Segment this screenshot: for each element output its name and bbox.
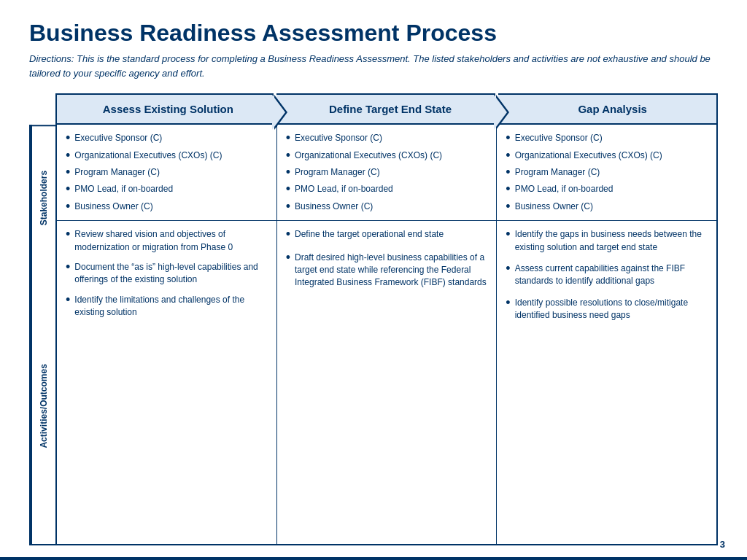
- header-define-label: Define Target End State: [329, 103, 452, 115]
- headers-row: Assess Existing Solution Define Target E…: [29, 93, 718, 125]
- list-item: •Program Manager (C): [286, 166, 488, 179]
- list-item: •Organizational Executives (CXOs) (C): [286, 149, 488, 162]
- list-item: •PMO Lead, if on-boarded: [66, 183, 268, 195]
- list-item: •Draft desired high-level business capab…: [286, 252, 488, 289]
- col-assess: •Executive Sponsor (C) •Organizational E…: [57, 125, 277, 544]
- list-item: •Document the “as is” high-level capabil…: [66, 261, 268, 287]
- list-item: •Program Manager (C): [506, 166, 708, 179]
- list-item: •Review shared vision and objectives of …: [66, 228, 268, 254]
- activities-gap-list: •Identify the gaps in business needs bet…: [506, 228, 708, 322]
- header-assess-label: Assess Existing Solution: [103, 103, 233, 115]
- row-labels-col: Stakeholders Activities/Outcomes: [31, 125, 57, 544]
- list-item: •Executive Sponsor (C): [506, 132, 708, 144]
- col-gap: •Executive Sponsor (C) •Organizational E…: [497, 125, 716, 544]
- activities-define-list: •Define the target operational end state…: [286, 228, 488, 289]
- subtitle: Directions: This is the standard process…: [29, 52, 718, 80]
- list-item: •Executive Sponsor (C): [66, 132, 268, 144]
- list-item: •Organizational Executives (CXOs) (C): [66, 149, 268, 162]
- list-item: •PMO Lead, if on-boarded: [506, 183, 708, 195]
- header-gap-label: Gap Analysis: [578, 103, 646, 115]
- stakeholders-row-label: Stakeholders: [32, 125, 55, 269]
- list-item: •Identify possible resolutions to close/…: [506, 297, 708, 322]
- header-define: Define Target End State: [276, 93, 496, 125]
- list-item: •Business Owner (C): [286, 201, 488, 213]
- stakeholders-gap-list: •Executive Sponsor (C) •Organizational E…: [506, 132, 708, 213]
- page-number: 3: [720, 539, 725, 550]
- stakeholders-define: •Executive Sponsor (C) •Organizational E…: [277, 125, 497, 221]
- list-item: •Define the target operational end state: [286, 228, 488, 241]
- col-define: •Executive Sponsor (C) •Organizational E…: [277, 125, 498, 544]
- content-cols: •Executive Sponsor (C) •Organizational E…: [57, 125, 716, 544]
- activities-assess-list: •Review shared vision and objectives of …: [66, 228, 268, 319]
- bottom-border: [0, 557, 747, 560]
- stakeholders-assess-list: •Executive Sponsor (C) •Organizational E…: [66, 132, 268, 213]
- header-assess: Assess Existing Solution: [55, 93, 274, 125]
- activities-row-label: Activities/Outcomes: [32, 269, 55, 544]
- activities-assess: •Review shared vision and objectives of …: [57, 221, 276, 544]
- main-table: Stakeholders Activities/Outcomes •Execut…: [29, 125, 718, 545]
- list-item: •Identify the limitations and challenges…: [66, 294, 268, 319]
- page: Business Readiness Assessment Process Di…: [0, 0, 747, 560]
- list-item: •Executive Sponsor (C): [286, 132, 488, 144]
- list-item: •Program Manager (C): [66, 166, 268, 179]
- list-item: •PMO Lead, if on-boarded: [286, 183, 488, 195]
- list-item: •Identify the gaps in business needs bet…: [506, 228, 708, 254]
- header-gap: Gap Analysis: [498, 93, 718, 125]
- list-item: •Business Owner (C): [506, 201, 708, 213]
- list-item: •Assess current capabilities against the…: [506, 262, 708, 288]
- activities-define: •Define the target operational end state…: [277, 221, 497, 544]
- page-title: Business Readiness Assessment Process: [29, 20, 718, 46]
- activities-gap: •Identify the gaps in business needs bet…: [497, 221, 716, 544]
- list-item: •Organizational Executives (CXOs) (C): [506, 149, 708, 162]
- stakeholders-assess: •Executive Sponsor (C) •Organizational E…: [57, 125, 276, 221]
- stakeholders-gap: •Executive Sponsor (C) •Organizational E…: [497, 125, 716, 221]
- list-item: •Business Owner (C): [66, 201, 268, 213]
- stakeholders-define-list: •Executive Sponsor (C) •Organizational E…: [286, 132, 488, 213]
